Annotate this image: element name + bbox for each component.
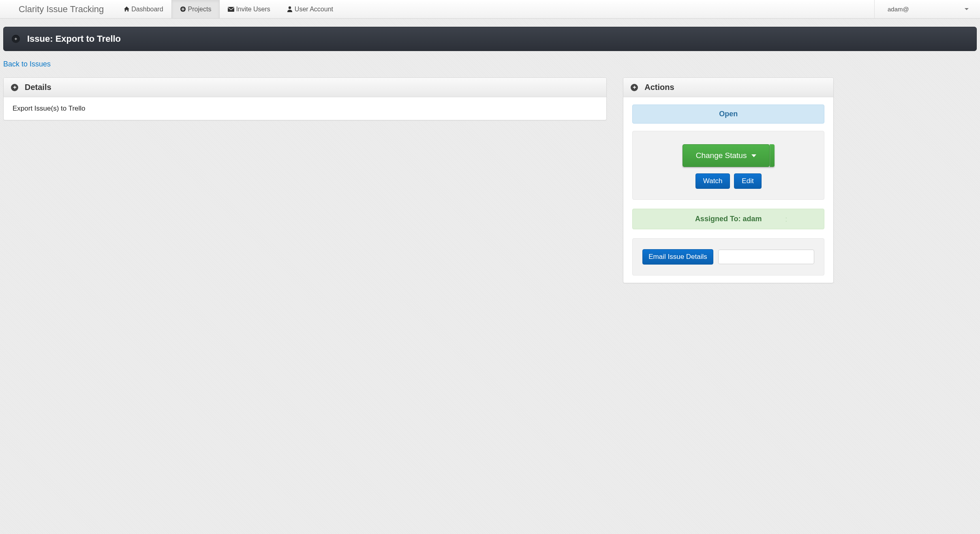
nav-projects[interactable]: Projects — [171, 0, 220, 18]
page-container: Issue: Export to Trello Back to Issues D… — [0, 19, 980, 299]
caret-down-icon — [965, 8, 969, 10]
details-panel: Details Export Issue(s) to Trello — [3, 77, 607, 120]
status-badge: Open — [632, 105, 824, 124]
nav-invite-users[interactable]: Invite Users — [220, 0, 278, 18]
change-status-label: Change Status — [696, 151, 747, 160]
actions-header-title: Actions — [644, 83, 674, 92]
status-action-box: Change Status Watch Edit — [632, 131, 824, 200]
issue-title: Issue: Export to Trello — [27, 34, 121, 44]
assigned-to-box: Assigned To: adam : — [632, 209, 824, 229]
expand-icon — [11, 84, 18, 91]
two-column-layout: Details Export Issue(s) to Trello Action… — [3, 77, 977, 291]
user-menu-label: adam@ — [888, 6, 909, 13]
actions-panel: Actions Open Change Status W — [623, 77, 834, 283]
nav-label: Dashboard — [131, 6, 163, 13]
change-status-button[interactable]: Change Status — [683, 144, 770, 167]
issue-header-bar: Issue: Export to Trello — [3, 27, 977, 51]
user-menu-dropdown[interactable]: adam@ — [875, 0, 980, 18]
caret-down-icon — [751, 154, 756, 157]
assigned-ellipsis-icon[interactable]: : — [785, 215, 787, 223]
details-body: Export Issue(s) to Trello — [4, 97, 606, 120]
svg-point-2 — [289, 6, 291, 9]
nav-user-account[interactable]: User Account — [278, 0, 341, 18]
user-icon — [287, 6, 293, 13]
nav-dashboard[interactable]: Dashboard — [115, 0, 171, 18]
nav-tabs: Dashboard Projects Invite Users User Acc… — [115, 0, 341, 18]
expand-icon — [631, 84, 638, 91]
mail-icon — [228, 6, 234, 13]
nav-right: adam@ — [874, 0, 980, 18]
assigned-to-label: Assigned To: adam — [695, 215, 762, 223]
details-panel-header[interactable]: Details — [4, 78, 606, 97]
email-issue-box: Email Issue Details — [632, 238, 824, 276]
issue-description: Export Issue(s) to Trello — [13, 105, 86, 112]
nav-label: Projects — [188, 6, 212, 13]
svg-rect-1 — [228, 7, 234, 12]
back-to-issues-link[interactable]: Back to Issues — [3, 60, 51, 68]
right-column: Actions Open Change Status W — [623, 77, 834, 291]
home-icon — [123, 6, 130, 13]
plus-circle-icon — [180, 6, 186, 13]
actions-body: Open Change Status Watch Edit — [623, 97, 833, 283]
actions-panel-header[interactable]: Actions — [623, 78, 833, 97]
change-status-split[interactable] — [770, 144, 775, 167]
top-navbar: Clarity Issue Tracking Dashboard Project… — [0, 0, 980, 19]
watch-button[interactable]: Watch — [695, 173, 730, 189]
email-recipient-input[interactable] — [718, 250, 814, 264]
email-issue-details-button[interactable]: Email Issue Details — [642, 249, 713, 265]
nav-label: Invite Users — [236, 6, 270, 13]
nav-label: User Account — [295, 6, 333, 13]
edit-button[interactable]: Edit — [734, 173, 761, 189]
collapse-toggle-icon[interactable] — [12, 35, 20, 43]
left-column: Details Export Issue(s) to Trello — [3, 77, 607, 128]
details-header-title: Details — [25, 83, 51, 92]
app-brand[interactable]: Clarity Issue Tracking — [0, 0, 115, 18]
